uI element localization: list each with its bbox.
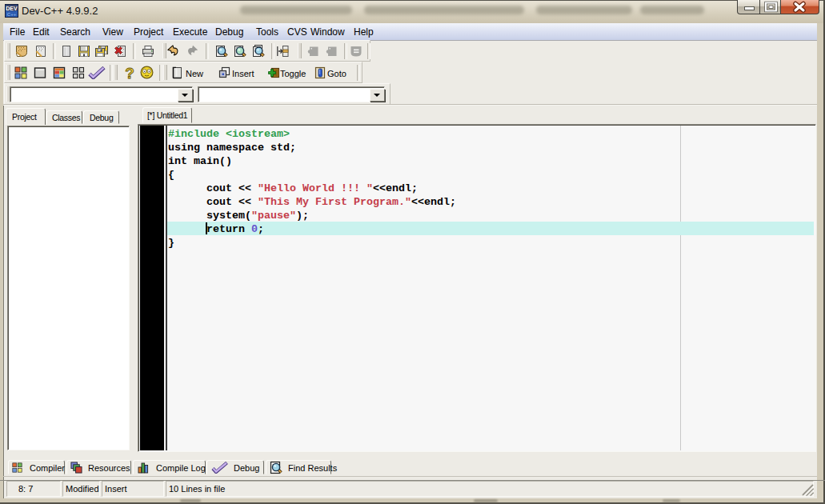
svg-text:C++: C++	[7, 12, 17, 17]
svg-text:?: ?	[125, 65, 134, 81]
svg-text:DEV: DEV	[6, 6, 18, 11]
